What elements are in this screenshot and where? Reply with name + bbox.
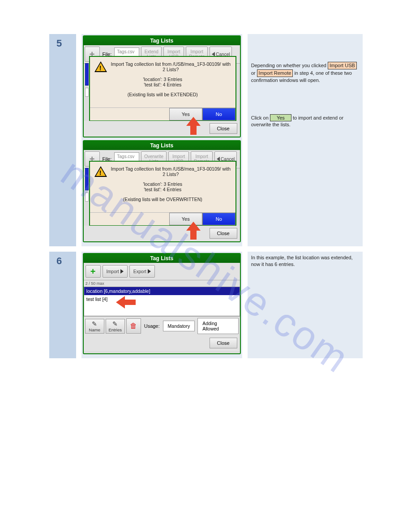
trash-icon: 🗑 bbox=[130, 322, 137, 330]
entries-button[interactable]: ✎ Entries bbox=[106, 319, 125, 334]
toolbar: + Import Export bbox=[84, 263, 240, 280]
list-item[interactable]: test list [4] bbox=[84, 295, 240, 303]
list-count: 2 / 50 max bbox=[84, 280, 240, 287]
edit-icon: ✎ bbox=[92, 320, 97, 327]
dialog-line-2: 'location': 3 Entries bbox=[94, 77, 231, 82]
warning-icon: ! bbox=[94, 166, 107, 178]
screenshot-result: Tag Lists + Import Export 2 / 50 max bbox=[83, 253, 241, 354]
window-title: Tag Lists bbox=[84, 141, 240, 150]
import-button[interactable]: Import bbox=[103, 265, 128, 278]
pointer-arrow-icon bbox=[184, 221, 202, 240]
dialog-line-3: 'test list': 4 Entries bbox=[94, 187, 231, 192]
export-button[interactable]: Export bbox=[129, 265, 155, 278]
list-panel: location [6,mandatory,addable] test list… bbox=[84, 287, 240, 316]
instruction-col-5: Depending on whether you clicked Import … bbox=[248, 34, 363, 246]
add-button[interactable]: + bbox=[86, 265, 101, 278]
dialog-line-1: Import Tag collection list from /USB/mea… bbox=[94, 164, 231, 177]
delete-button[interactable]: 🗑 bbox=[126, 318, 141, 334]
dialog-line-2: 'location': 3 Entries bbox=[94, 181, 231, 187]
edit-icon: ✎ bbox=[112, 320, 118, 327]
dialog-line-4: (Existing lists will be EXTENDED) bbox=[94, 92, 231, 97]
usage-label: Usage: bbox=[142, 323, 162, 329]
dialog-line-4: (Existing lists will be OVERWRITTEN) bbox=[94, 197, 231, 202]
text: In this example, the list location was e… bbox=[251, 254, 359, 268]
text: Depending on whether you clicked bbox=[251, 63, 328, 68]
dialog-line-1: Import Tag collection list from /USB/mea… bbox=[94, 60, 231, 72]
close-button[interactable]: Close bbox=[210, 228, 237, 239]
text: or bbox=[251, 70, 257, 76]
close-button[interactable]: Close bbox=[210, 338, 237, 348]
step-number-col: 5 bbox=[49, 34, 76, 246]
window-title: Tag Lists bbox=[84, 36, 240, 45]
mandatory-button[interactable]: Mandatory bbox=[163, 321, 195, 331]
window-title: Tag Lists bbox=[84, 254, 240, 263]
screenshot-col-5: Tag Lists + File: Tags.csv Extend Lists … bbox=[81, 34, 242, 246]
dialog-line-3: 'test list': 4 Entries bbox=[94, 82, 231, 87]
chevron-right-icon bbox=[148, 269, 151, 274]
chevron-right-icon bbox=[120, 269, 124, 274]
warning-icon: ! bbox=[94, 61, 107, 73]
instruction-col-6: In this example, the list location was e… bbox=[248, 252, 363, 358]
pointer-arrow-icon bbox=[184, 116, 202, 136]
highlight-import-usb: Import USB bbox=[328, 62, 357, 69]
step-number-5: 5 bbox=[49, 34, 76, 49]
step-number-6: 6 bbox=[49, 252, 76, 267]
text: Click on bbox=[251, 115, 270, 120]
close-button[interactable]: Close bbox=[210, 123, 237, 134]
no-button[interactable]: No bbox=[202, 108, 235, 120]
highlight-import-remote: Import Remote bbox=[257, 69, 293, 77]
pointer-arrow-icon bbox=[115, 294, 137, 310]
highlight-yes: Yes bbox=[270, 114, 291, 122]
screenshot-extend: Tag Lists + File: Tags.csv Extend Lists … bbox=[83, 35, 241, 137]
screenshot-col-6: Tag Lists + Import Export 2 / 50 max bbox=[81, 252, 242, 358]
screenshot-overwrite: Tag Lists + File: Tags.csv Overwrite Lis… bbox=[83, 140, 241, 242]
confirm-dialog-overwrite: ! Import Tag collection list from /USB/m… bbox=[89, 161, 236, 226]
list-item[interactable]: location [6,mandatory,addable] bbox=[84, 287, 240, 295]
step-number-col: 6 bbox=[49, 252, 76, 358]
no-button[interactable]: No bbox=[202, 213, 235, 225]
adding-allowed-button[interactable]: Adding Allowed bbox=[197, 318, 239, 334]
bottom-toolbar: ✎ Name ✎ Entries 🗑 Usage: Mandatory bbox=[84, 316, 240, 335]
name-button[interactable]: ✎ Name bbox=[85, 319, 104, 334]
confirm-dialog-extend: ! Import Tag collection list from /USB/m… bbox=[89, 56, 236, 121]
